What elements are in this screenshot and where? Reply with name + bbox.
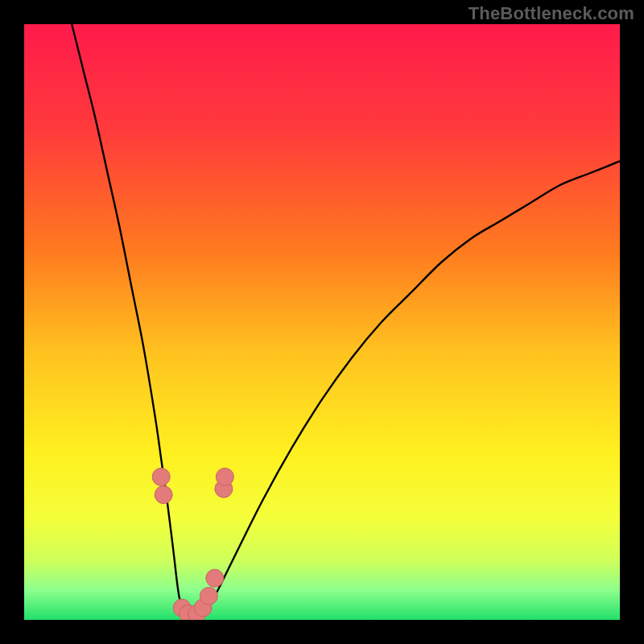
bottleneck-plot: [24, 24, 620, 620]
data-marker: [216, 468, 233, 485]
data-marker: [152, 468, 170, 485]
watermark-text: TheBottleneck.com: [469, 3, 634, 24]
data-marker: [206, 569, 224, 587]
plot-background: [24, 24, 620, 620]
data-marker: [155, 486, 172, 504]
chart-frame: TheBottleneck.com: [0, 0, 644, 644]
data-marker: [200, 587, 217, 605]
